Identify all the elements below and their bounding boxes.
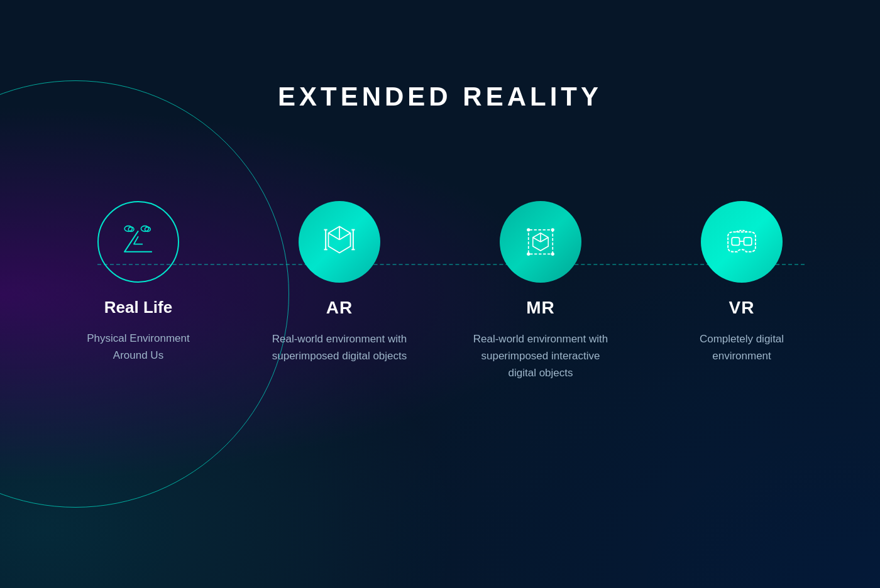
ar-icon-circle [299,201,380,283]
svg-point-20 [551,228,554,231]
svg-line-7 [339,233,351,240]
page-title: EXTENDED REALITY [0,82,880,112]
items-row: Real Life Physical Environment Around Us [38,201,842,382]
mr-desc: Real-world environment with superimposed… [471,330,610,382]
real-life-title: Real Life [104,298,172,317]
svg-point-21 [527,253,530,256]
svg-rect-24 [744,237,752,245]
vr-headset-icon [720,220,764,264]
item-mr: MR Real-world environment with superimpo… [471,201,610,382]
svg-point-19 [527,228,530,231]
svg-point-22 [551,253,554,256]
mr-title: MR [526,298,555,318]
real-life-icon-circle [97,201,179,283]
item-ar: AR Real-world environment with superimpo… [270,201,409,364]
svg-line-17 [533,237,541,242]
svg-line-6 [329,233,340,240]
mr-cube-icon [519,220,563,264]
item-vr: VR Completely digital environment [673,201,811,364]
mountain-icon [116,220,160,264]
mr-icon-circle [500,201,581,283]
ar-cube-icon [317,220,361,264]
svg-line-18 [541,237,548,242]
vr-title: VR [729,298,755,318]
vr-desc: Completely digital environment [673,330,811,364]
ar-title: AR [326,298,353,318]
real-life-desc: Physical Environment Around Us [69,330,207,364]
item-real-life: Real Life Physical Environment Around Us [69,201,207,364]
vr-icon-circle [701,201,783,283]
ar-desc: Real-world environment with superimposed… [270,330,409,364]
svg-rect-23 [732,237,739,245]
